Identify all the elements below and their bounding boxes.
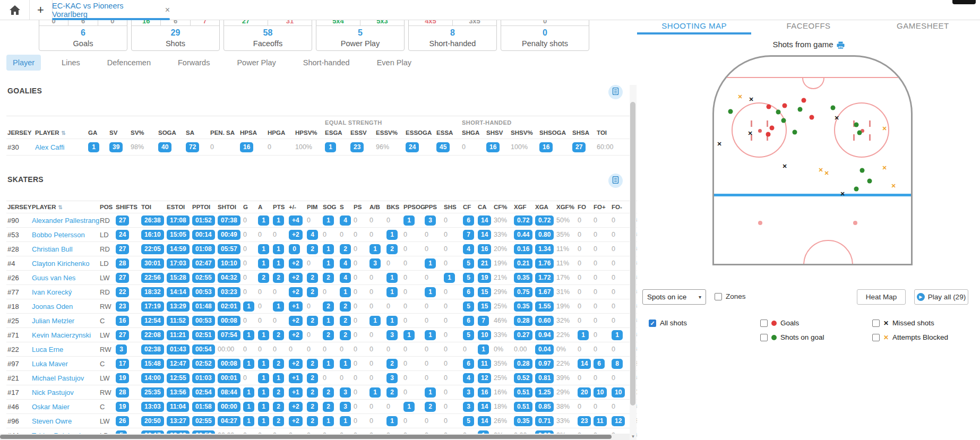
shot-marker-block[interactable]: ✕ — [737, 94, 742, 100]
column-header-jersey[interactable]: JERSEY — [6, 201, 31, 213]
column-header-hpga[interactable]: HPGA — [267, 127, 294, 139]
shot-marker-miss[interactable]: ✕ — [747, 131, 752, 136]
home-button[interactable] — [0, 0, 30, 20]
column-header-shs[interactable]: SHS — [443, 201, 462, 213]
column-header-pps[interactable]: PPS — [424, 201, 443, 213]
shot-marker-goal[interactable] — [802, 98, 806, 103]
shot-marker-sog[interactable] — [860, 168, 865, 173]
column-header-bks[interactable]: BKS — [385, 201, 402, 213]
column-header-shtoi[interactable]: SHTOI — [217, 201, 242, 213]
column-header-jersey[interactable]: JERSEY — [6, 127, 34, 139]
shot-marker-block[interactable]: ✕ — [824, 170, 829, 176]
column-header-ps[interactable]: PS — [353, 201, 368, 213]
column-header-sog[interactable]: SOG — [322, 201, 339, 213]
column-header-hpsv-[interactable]: HPSV% — [294, 127, 324, 139]
player-link[interactable]: Luka Maver — [32, 360, 68, 368]
tab-faceoffs[interactable]: FACEOFFS — [751, 20, 865, 34]
player-link[interactable]: Luca Erne — [32, 346, 63, 353]
all-shots-checkbox[interactable]: ✓ All shots — [649, 319, 687, 327]
shot-marker-goal[interactable] — [766, 132, 771, 137]
column-header-sv-[interactable]: SV% — [130, 127, 157, 139]
shot-marker-block[interactable]: ✕ — [818, 167, 823, 173]
column-header-sv[interactable]: SV — [108, 127, 130, 139]
shots-on-goal-checkbox[interactable]: Shots on goal — [760, 333, 824, 341]
column-header-essa[interactable]: ESSA — [435, 127, 461, 139]
column-header-essoga[interactable]: ESSOGA — [405, 127, 435, 139]
checkbox-icon[interactable] — [760, 320, 768, 327]
shot-marker-sog[interactable] — [793, 130, 797, 135]
vertical-scrollbar[interactable]: ▼ — [630, 85, 637, 440]
shot-marker-goal[interactable] — [810, 115, 814, 120]
player-link[interactable]: Clayton Kirichenko — [32, 260, 89, 268]
player-link[interactable]: Joonas Oden — [32, 303, 73, 310]
shot-marker-sog[interactable] — [781, 118, 786, 123]
filter-tab-forwards[interactable]: Forwards — [171, 55, 216, 71]
column-header-fo-[interactable]: FO- — [611, 201, 630, 213]
goals-checkbox[interactable]: Goals — [760, 319, 799, 327]
game-tab[interactable]: EC-KAC vs Pioneers Vorarlberg × — [52, 0, 170, 20]
column-header-xgf[interactable]: XGF — [513, 201, 534, 213]
attempts-blocked-checkbox[interactable]: ✕ Attempts Blocked — [872, 333, 948, 341]
shot-marker-block[interactable]: ✕ — [882, 126, 887, 132]
shot-marker-miss[interactable]: ✕ — [749, 97, 753, 102]
column-header-shsoga[interactable]: SHSOGA — [538, 127, 571, 139]
column-header-a-b[interactable]: A/B — [368, 201, 385, 213]
player-link[interactable]: Ivan Korecký — [32, 288, 72, 296]
filter-tab-power-play[interactable]: Power Play — [230, 55, 282, 71]
column-header-toi[interactable]: TOI — [596, 127, 630, 139]
shot-marker-block[interactable]: ✕ — [891, 183, 896, 189]
column-header-hpsa[interactable]: HPSA — [239, 127, 267, 139]
tab-shooting-map[interactable]: SHOOTING MAP — [637, 20, 751, 34]
play-all-button[interactable]: ▶ Play all (29) — [914, 289, 968, 305]
sort-icon[interactable]: ⇅ — [62, 130, 66, 136]
column-header-g[interactable]: G — [242, 201, 257, 213]
column-header-shifts[interactable]: SHIFTS — [115, 201, 140, 213]
close-icon[interactable]: × — [165, 6, 170, 14]
shot-marker-goal[interactable] — [767, 105, 771, 109]
column-header-fo[interactable]: FO — [577, 201, 592, 213]
column-header-ca[interactable]: CA — [477, 201, 493, 213]
column-header-shsv[interactable]: SHSV — [485, 127, 510, 139]
goalies-stats-button[interactable] — [608, 85, 623, 99]
column-header-shsa[interactable]: SHSA — [571, 127, 596, 139]
column-header-shsv-[interactable]: SHSV% — [510, 127, 538, 139]
column-header-pim[interactable]: PIM — [306, 201, 322, 213]
column-header-shga[interactable]: SHGA — [461, 127, 485, 139]
column-header-fo-[interactable]: FO+ — [592, 201, 611, 213]
filter-tab-defencemen[interactable]: Defencemen — [101, 55, 157, 71]
player-link[interactable]: Steven Owre — [32, 417, 72, 425]
column-header-toi[interactable]: TOI — [140, 201, 166, 213]
sort-icon[interactable]: ⇅ — [58, 204, 63, 210]
scrollbar-down-arrow-icon[interactable]: ▼ — [630, 434, 637, 439]
column-header-soga[interactable]: SOGA — [157, 127, 185, 139]
column-header-ppsog[interactable]: PPSOG — [402, 201, 424, 213]
shot-marker-miss[interactable]: ✕ — [834, 115, 839, 121]
spots-select[interactable]: Spots on ice ▾ — [642, 289, 706, 305]
zones-checkbox[interactable]: Zones — [715, 292, 746, 300]
player-link[interactable]: Oskar Maier — [32, 403, 70, 411]
column-header-xgf-[interactable]: XGF% — [555, 201, 577, 213]
shot-marker-sog[interactable] — [776, 110, 781, 115]
vertical-scrollbar-thumb[interactable] — [630, 102, 635, 406]
shot-marker-miss[interactable]: ✕ — [840, 191, 845, 197]
column-header-s[interactable]: S — [339, 201, 353, 213]
filter-tab-lines[interactable]: Lines — [55, 55, 87, 71]
column-header-xga[interactable]: XGA — [534, 201, 555, 213]
player-link[interactable]: Guus van Nes — [32, 274, 75, 282]
column-header-estoi[interactable]: ESTOI — [166, 201, 191, 213]
shot-marker-sog[interactable] — [867, 179, 872, 184]
player-link[interactable]: Michael Pastujov — [32, 374, 84, 382]
column-header-pen-sa[interactable]: PEN. SA — [209, 127, 239, 139]
column-header-sa[interactable]: SA — [185, 127, 209, 139]
filter-tab-player[interactable]: Player — [6, 55, 41, 71]
shot-marker-sog[interactable] — [854, 187, 859, 192]
new-tab-button[interactable]: + — [29, 0, 53, 20]
column-header-ga[interactable]: GA — [87, 127, 108, 139]
checkbox-checked-icon[interactable]: ✓ — [649, 320, 656, 327]
column-header-essv[interactable]: ESSV — [349, 127, 375, 139]
column-header-essv-[interactable]: ESSV% — [375, 127, 405, 139]
checkbox-icon[interactable] — [715, 293, 722, 300]
missed-shots-checkbox[interactable]: ✕ Missed shots — [872, 319, 934, 327]
player-link[interactable]: Bobbo Petersson — [32, 231, 85, 239]
shot-marker-miss[interactable]: ✕ — [782, 163, 787, 169]
